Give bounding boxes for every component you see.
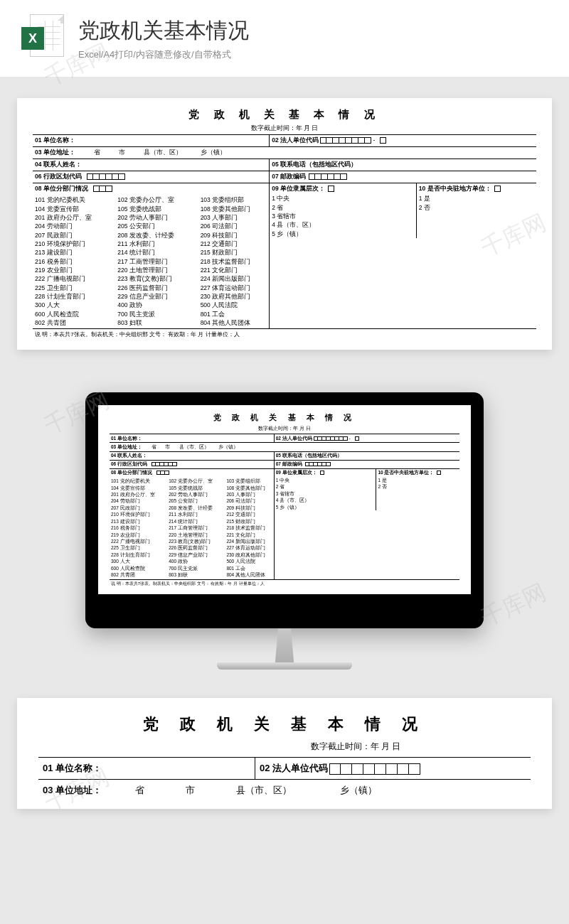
dept-item: 230 政府其他部门: [226, 552, 272, 558]
dept-item: 228 计划生育部门: [111, 552, 166, 558]
dept-item: 207 民政部门: [35, 231, 115, 240]
label-05: 05 联系电话（包括地区代码）: [272, 161, 357, 168]
label-09: 09 单位隶属层次：: [276, 470, 317, 475]
dept-item: 102 党委办公厅、室: [169, 478, 223, 484]
code-boxes: [320, 137, 371, 144]
dept-item: 214 统计部门: [117, 248, 197, 257]
addr-city: 市: [165, 444, 170, 449]
dept-item: 225 卫生部门: [35, 284, 115, 292]
level-item: 5 乡（镇）: [272, 230, 414, 238]
label-01: 01 单位名称：: [43, 763, 102, 773]
dept-item: 223 教育(文教)部门: [117, 274, 197, 283]
dept-item: 201 政府办公厅、室: [111, 491, 166, 498]
yesno-item: 1 是: [419, 194, 534, 203]
dept-item: 108 党委其他部门: [226, 485, 272, 491]
dept-item: 226 医药监督部门: [169, 544, 223, 551]
dept-item: 215 财政部门: [201, 248, 267, 257]
dept-item: 221 文化部门: [226, 532, 272, 538]
dept-item: 225 卫生部门: [111, 544, 166, 551]
level-item: 5 乡（镇）: [276, 504, 375, 510]
level-item: 2 省: [272, 203, 414, 212]
yesno-item: 1 是: [378, 477, 458, 483]
dept-item: 400 政协: [169, 558, 223, 564]
dept-item: 202 劳动人事部门: [117, 213, 197, 222]
doc-title: 党 政 机 关 基 本 情 况: [33, 108, 536, 122]
dept-item: 210 环境保护部门: [111, 511, 166, 517]
dept-item: 803 妇联: [169, 571, 223, 578]
addr-province: 省: [151, 444, 156, 449]
watermark: 千库网: [476, 577, 551, 634]
dept-item: 208 发改委、计经委: [169, 505, 223, 511]
dept-item: 208 发改委、计经委: [117, 231, 197, 240]
dept-item: 213 建设部门: [111, 518, 166, 525]
dept-item: 214 统计部门: [169, 518, 223, 525]
dept-item: 230 政府其他部门: [201, 292, 267, 301]
document-preview-a4: 党 政 机 关 基 本 情 况 数字截止时间：年 月 日 01 单位名称： 02…: [17, 98, 552, 350]
dept-item: 105 党委统战部: [117, 205, 197, 213]
excel-icon: X: [21, 14, 64, 63]
dept-item: 228 计划生育部门: [35, 292, 115, 301]
dept-item: 206 司法部门: [201, 222, 267, 230]
label-01: 01 单位名称：: [111, 436, 142, 441]
label-03: 03 单位地址：: [43, 785, 102, 795]
level-item: 2 省: [276, 483, 375, 490]
yesno-list: 1 是2 否: [419, 194, 534, 212]
dept-item: 216 税务部门: [35, 257, 115, 266]
addr-county: 县（市、区）: [144, 149, 182, 156]
doc-title: 党 政 机 关 基 本 情 况: [38, 714, 531, 735]
addr-town: 乡（镇）: [218, 444, 238, 449]
dept-item: 224 新闻出版部门: [226, 538, 272, 544]
dept-item: 201 政府办公厅、室: [35, 213, 115, 222]
dept-item: 804 其他人民团体: [226, 571, 272, 578]
dept-item: 217 工商管理部门: [117, 257, 197, 266]
dept-item: 804 其他人民团体: [201, 318, 267, 327]
level-item: 1 中央: [272, 194, 414, 203]
document-preview-zoom: 党 政 机 关 基 本 情 况 数字截止时间：年 月 日 01 单位名称： 02…: [17, 698, 552, 808]
dept-item: 204 劳动部门: [35, 222, 115, 230]
dept-item: 227 体育运动部门: [201, 284, 267, 292]
dept-item: 700 民主党派: [169, 565, 223, 571]
label-08: 08 单位分部门情况: [35, 185, 88, 192]
dept-item: 103 党委组织部: [201, 195, 267, 204]
admin-code-boxes: [87, 173, 125, 180]
addr-town: 乡（镇）: [201, 149, 226, 156]
dept-item: 218 技术监督部门: [226, 525, 272, 531]
form-table: 01 单位名称： 02 法人单位代码 - 03 单位地址： 省 市 县（市、区）…: [33, 134, 536, 340]
form-table: 01 单位名称： 02 法人单位代码 - 03 单位地址： 省 市 县（市、区）…: [110, 434, 459, 587]
dept-item: 216 税务部门: [111, 525, 166, 531]
addr-county: 县（市、区）: [236, 785, 292, 795]
dept-item: 212 交通部门: [226, 511, 272, 517]
page-title: 党政机关基本情况: [78, 16, 249, 45]
dept-item: 222 广播电视部门: [111, 538, 166, 544]
dept-item: 600 人民检查院: [35, 310, 115, 318]
dept-item: 220 土地管理部门: [117, 266, 197, 274]
dept-item: 220 土地管理部门: [169, 532, 223, 538]
doc-subtitle: 数字截止时间：年 月 日: [33, 124, 536, 133]
yesno-item: 2 否: [419, 203, 534, 212]
label-02: 02 法人单位代码: [260, 763, 328, 773]
dept-item: 104 党委宣传部: [35, 205, 115, 213]
addr-province: 省: [135, 785, 144, 795]
dept-item: 500 人民法院: [226, 558, 272, 564]
doc-title: 党 政 机 关 基 本 情 况: [110, 412, 459, 423]
dept-item: 205 公安部门: [169, 498, 223, 504]
label-04: 04 联系人姓名：: [111, 453, 147, 458]
label-07: 07 邮政编码: [272, 173, 306, 180]
dept-item: 219 农业部门: [111, 532, 166, 538]
dept-code-boxes: [93, 186, 112, 192]
label-02: 02 法人单位代码: [276, 436, 312, 441]
dept-item: 104 党委宣传部: [111, 485, 166, 491]
footer-note: 说 明：本表共7张表。制表机关：中央组织部 文号： 有效期：年 月 计量单位：人: [110, 579, 459, 587]
dept-item: 209 科技部门: [201, 231, 267, 240]
dept-item: 802 共青团: [111, 571, 166, 578]
dept-item: 600 人民检查院: [111, 565, 166, 571]
label-06: 06 行政区划代码: [35, 173, 82, 180]
dept-item: 209 科技部门: [226, 505, 272, 511]
label-10: 10 是否中央驻地方单位：: [419, 185, 491, 192]
level-item: 4 县（市、区）: [272, 220, 414, 229]
dept-item: 300 人大: [111, 558, 166, 564]
dept-item: 105 党委统战部: [169, 485, 223, 491]
dept-item: 224 新闻出版部门: [201, 274, 267, 283]
dept-item: 102 党委办公厅、室: [117, 195, 197, 204]
label-08: 08 单位分部门情况: [111, 470, 152, 475]
